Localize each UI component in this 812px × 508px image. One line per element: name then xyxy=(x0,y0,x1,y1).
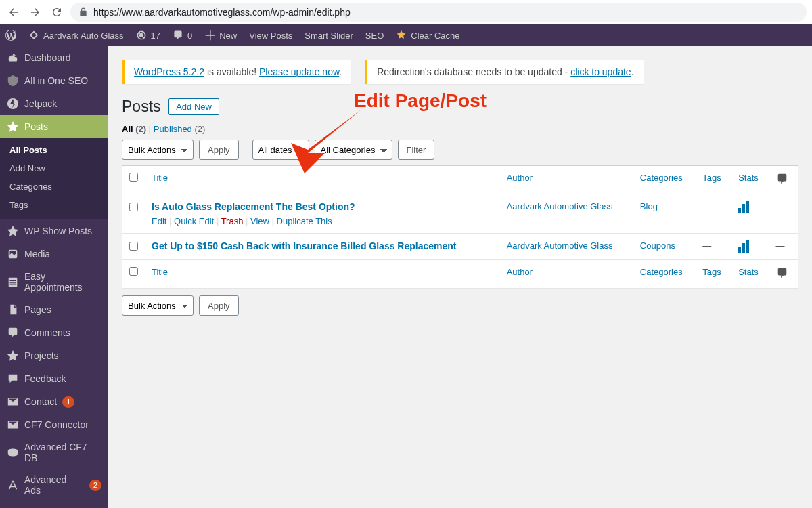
apply-button[interactable]: Apply xyxy=(199,140,239,160)
wp-adminbar: Aardvark Auto Glass 17 0 New View Posts … xyxy=(0,24,812,46)
status-filters: All (2) | Published (2) xyxy=(122,124,798,134)
apply-button-bottom[interactable]: Apply xyxy=(199,295,239,316)
sidebar-item-jetpack[interactable]: Jetpack xyxy=(0,92,108,115)
author-link[interactable]: Aardvark Automotive Glass xyxy=(507,201,613,211)
trash-link[interactable]: Trash xyxy=(221,216,244,226)
table-row: Is Auto Glass Replacement The Best Optio… xyxy=(122,194,798,234)
comments-cell: — xyxy=(769,194,798,234)
tags-cell: — xyxy=(696,194,731,234)
wp-logo[interactable] xyxy=(5,30,16,41)
clear-cache-link[interactable]: Clear Cache xyxy=(396,30,459,41)
col-stats-foot: Stats xyxy=(731,260,769,289)
sidebar-item-projects[interactable]: Projects xyxy=(0,344,108,367)
wp-version-link[interactable]: WordPress 5.2.2 xyxy=(134,66,204,77)
author-link[interactable]: Aardvark Automotive Glass xyxy=(507,240,613,251)
sidebar-item-dashboard[interactable]: Dashboard xyxy=(0,46,108,69)
category-link[interactable]: Coupons xyxy=(640,240,675,251)
row-checkbox[interactable] xyxy=(129,242,138,251)
back-button[interactable] xyxy=(5,4,22,20)
site-name-link[interactable]: Aardvark Auto Glass xyxy=(28,30,124,41)
sidebar-item-media[interactable]: Media xyxy=(0,242,108,266)
comments-link[interactable]: 0 xyxy=(173,30,192,41)
col-author: Author xyxy=(500,166,633,194)
row-actions: Edit | Quick Edit | Trash | View | Dupli… xyxy=(152,216,493,226)
tablenav-top: Bulk Actions Apply All dates All Categor… xyxy=(122,140,798,160)
category-link[interactable]: Blog xyxy=(640,201,658,211)
stats-icon[interactable] xyxy=(738,201,762,213)
redirection-notice: Redirection's database needs to be updat… xyxy=(365,60,643,84)
date-filter-select[interactable]: All dates xyxy=(252,140,309,160)
submenu-categories[interactable]: Categories xyxy=(0,177,108,196)
edit-link[interactable]: Edit xyxy=(152,216,166,226)
forward-button[interactable] xyxy=(27,4,43,20)
select-all-checkbox-foot[interactable] xyxy=(129,267,138,276)
browser-bar: https://www.aardvarkautomotiveglass.com/… xyxy=(0,0,812,24)
col-comments-foot xyxy=(769,260,798,289)
filter-button[interactable]: Filter xyxy=(398,140,435,160)
new-link[interactable]: New xyxy=(204,30,237,41)
contact-badge: 1 xyxy=(62,396,74,408)
col-title-foot[interactable]: Title xyxy=(145,260,500,289)
bulk-actions-select-bottom[interactable]: Bulk Actions xyxy=(122,295,194,316)
sidebar-item-advanced-cf7-db[interactable]: Advanced CF7 DB xyxy=(0,436,108,469)
quick-edit-link[interactable]: Quick Edit xyxy=(174,216,214,226)
bulk-actions-select[interactable]: Bulk Actions xyxy=(122,140,194,160)
redirection-update-link[interactable]: click to update xyxy=(570,66,631,77)
row-checkbox[interactable] xyxy=(129,203,138,211)
col-title[interactable]: Title xyxy=(145,166,500,194)
col-comments xyxy=(769,166,798,194)
content-area: WordPress 5.2.2 is available! Please upd… xyxy=(108,46,812,508)
sidebar-item-contact[interactable]: Contact 1 xyxy=(0,390,108,413)
url-bar[interactable]: https://www.aardvarkautomotiveglass.com/… xyxy=(70,3,807,22)
col-stats: Stats xyxy=(731,166,769,194)
post-title-link[interactable]: Get Up to $150 Cash Back with Insurance … xyxy=(152,240,457,251)
table-row: Get Up to $150 Cash Back with Insurance … xyxy=(122,234,798,260)
seo-link[interactable]: SEO xyxy=(365,30,384,41)
select-all-checkbox[interactable] xyxy=(129,173,138,182)
add-new-button[interactable]: Add New xyxy=(168,98,219,115)
url-text: https://www.aardvarkautomotiveglass.com/… xyxy=(93,7,351,18)
update-now-link[interactable]: Please update now xyxy=(259,66,339,77)
submenu-all-posts[interactable]: All Posts xyxy=(0,141,108,159)
col-tags-foot: Tags xyxy=(696,260,731,289)
filter-published[interactable]: Published (2) xyxy=(154,124,206,134)
view-posts-link[interactable]: View Posts xyxy=(249,30,292,41)
smart-slider-link[interactable]: Smart Slider xyxy=(304,30,353,41)
annotation-label: Edit Page/Post xyxy=(354,90,487,112)
sidebar-item-cf7-connector[interactable]: CF7 Connector xyxy=(0,413,108,436)
posts-table: Title Author Categories Tags Stats Is Au… xyxy=(122,165,798,289)
view-link[interactable]: View xyxy=(250,216,269,226)
col-tags: Tags xyxy=(696,166,731,194)
col-author-foot: Author xyxy=(500,260,633,289)
sidebar-item-comments[interactable]: Comments xyxy=(0,321,108,344)
category-filter-select[interactable]: All Categories xyxy=(315,140,392,160)
ads-badge: 2 xyxy=(89,480,102,491)
col-categories: Categories xyxy=(633,166,696,194)
lock-icon xyxy=(78,7,88,17)
update-notice: WordPress 5.2.2 is available! Please upd… xyxy=(122,60,351,84)
submenu-add-new[interactable]: Add New xyxy=(0,159,108,177)
comments-cell: — xyxy=(769,234,798,260)
filter-all[interactable]: All (2) xyxy=(122,124,146,134)
posts-submenu: All Posts Add New Categories Tags xyxy=(0,138,108,219)
sidebar-item-posts[interactable]: Posts xyxy=(0,115,108,138)
page-title: Posts xyxy=(122,98,161,116)
sidebar-item-wp-show-posts[interactable]: WP Show Posts xyxy=(0,219,108,242)
sidebar-item-aioseo[interactable]: All in One SEO xyxy=(0,69,108,92)
reload-button[interactable] xyxy=(49,4,65,20)
updates-link[interactable]: 17 xyxy=(136,30,160,41)
tags-cell: — xyxy=(696,234,731,260)
post-title-link[interactable]: Is Auto Glass Replacement The Best Optio… xyxy=(152,201,355,212)
sidebar-item-feedback[interactable]: Feedback xyxy=(0,367,108,390)
col-categories-foot: Categories xyxy=(633,260,696,289)
submenu-tags[interactable]: Tags xyxy=(0,196,108,214)
sidebar-item-easy-appointments[interactable]: Easy Appointments xyxy=(0,266,108,298)
duplicate-link[interactable]: Duplicate This xyxy=(277,216,332,226)
admin-sidebar: Dashboard All in One SEO Jetpack Posts A… xyxy=(0,46,108,508)
stats-icon[interactable] xyxy=(738,240,762,253)
sidebar-item-advanced-ads[interactable]: Advanced Ads 2 xyxy=(0,469,108,501)
sidebar-item-pages[interactable]: Pages xyxy=(0,298,108,321)
tablenav-bottom: Bulk Actions Apply xyxy=(122,295,798,316)
